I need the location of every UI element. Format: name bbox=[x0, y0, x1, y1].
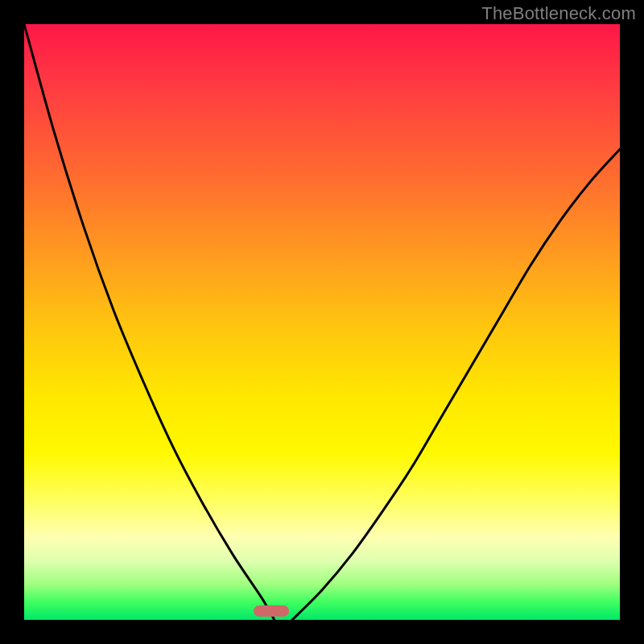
curve-right-branch bbox=[292, 149, 620, 620]
outer-frame: TheBottleneck.com bbox=[0, 0, 644, 644]
watermark-text: TheBottleneck.com bbox=[481, 3, 636, 24]
plot-area bbox=[24, 24, 620, 620]
bottleneck-curve bbox=[24, 24, 620, 620]
min-marker bbox=[254, 605, 289, 617]
curve-left-branch bbox=[24, 24, 275, 620]
